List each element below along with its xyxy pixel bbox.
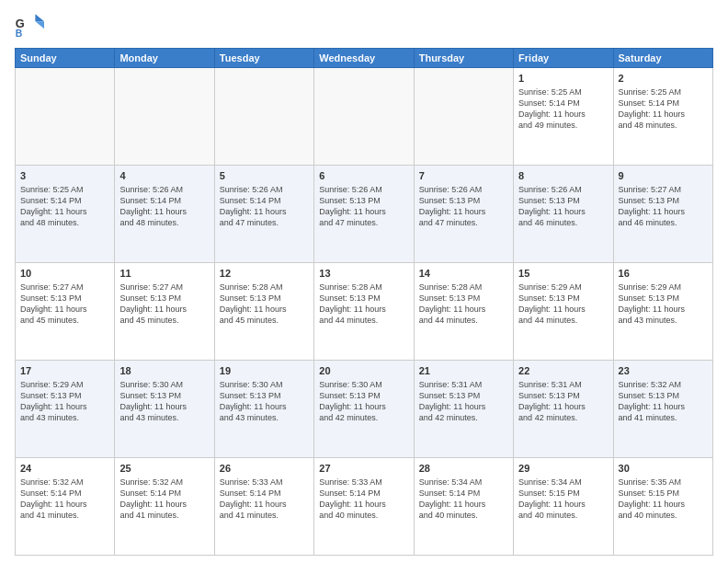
- calendar-cell: 3Sunrise: 5:25 AMSunset: 5:14 PMDaylight…: [16, 166, 115, 263]
- calendar-cell: 7Sunrise: 5:26 AMSunset: 5:13 PMDaylight…: [414, 166, 513, 263]
- day-info: Sunrise: 5:26 AMSunset: 5:13 PMDaylight:…: [419, 184, 508, 229]
- day-number: 21: [419, 364, 508, 378]
- calendar-week-4: 17Sunrise: 5:29 AMSunset: 5:13 PMDayligh…: [16, 361, 713, 458]
- calendar-cell: 24Sunrise: 5:32 AMSunset: 5:14 PMDayligh…: [16, 458, 115, 556]
- calendar-header-friday: Friday: [514, 49, 613, 68]
- calendar-cell: [16, 68, 115, 166]
- calendar-cell: 17Sunrise: 5:29 AMSunset: 5:13 PMDayligh…: [16, 361, 115, 458]
- calendar-cell: 9Sunrise: 5:27 AMSunset: 5:13 PMDaylight…: [613, 166, 712, 263]
- day-info: Sunrise: 5:34 AMSunset: 5:14 PMDaylight:…: [419, 477, 508, 522]
- day-number: 4: [119, 169, 209, 183]
- day-info: Sunrise: 5:31 AMSunset: 5:13 PMDaylight:…: [518, 379, 608, 424]
- calendar-cell: 30Sunrise: 5:35 AMSunset: 5:15 PMDayligh…: [613, 458, 712, 556]
- calendar-cell: 1Sunrise: 5:25 AMSunset: 5:14 PMDaylight…: [514, 68, 613, 166]
- day-number: 16: [619, 267, 708, 281]
- calendar-cell: 13Sunrise: 5:28 AMSunset: 5:13 PMDayligh…: [314, 263, 414, 361]
- page: G B SundayMondayTuesdayWednesdayThursday…: [0, 0, 728, 563]
- day-info: Sunrise: 5:30 AMSunset: 5:13 PMDaylight:…: [319, 379, 408, 424]
- calendar-week-3: 10Sunrise: 5:27 AMSunset: 5:13 PMDayligh…: [16, 263, 713, 361]
- calendar-header-sunday: Sunday: [16, 49, 115, 68]
- day-number: 10: [20, 267, 109, 281]
- calendar-cell: 8Sunrise: 5:26 AMSunset: 5:13 PMDaylight…: [514, 166, 613, 263]
- logo: G B: [15, 11, 48, 40]
- calendar-week-1: 1Sunrise: 5:25 AMSunset: 5:14 PMDaylight…: [16, 68, 713, 166]
- day-info: Sunrise: 5:26 AMSunset: 5:14 PMDaylight:…: [220, 184, 309, 229]
- day-info: Sunrise: 5:26 AMSunset: 5:13 PMDaylight:…: [518, 184, 608, 229]
- day-info: Sunrise: 5:29 AMSunset: 5:13 PMDaylight:…: [518, 282, 608, 327]
- day-number: 12: [220, 267, 309, 281]
- day-number: 9: [619, 169, 708, 183]
- day-number: 1: [518, 72, 608, 86]
- calendar-header-wednesday: Wednesday: [314, 49, 414, 68]
- calendar-cell: 27Sunrise: 5:33 AMSunset: 5:14 PMDayligh…: [314, 458, 414, 556]
- day-number: 15: [518, 267, 608, 281]
- calendar-header-row: SundayMondayTuesdayWednesdayThursdayFrid…: [16, 49, 713, 68]
- day-number: 27: [319, 462, 408, 476]
- day-number: 14: [419, 267, 508, 281]
- day-info: Sunrise: 5:25 AMSunset: 5:14 PMDaylight:…: [20, 184, 109, 229]
- calendar-cell: 11Sunrise: 5:27 AMSunset: 5:13 PMDayligh…: [115, 263, 214, 361]
- day-number: 25: [119, 462, 209, 476]
- calendar-cell: [214, 68, 313, 166]
- calendar-cell: 29Sunrise: 5:34 AMSunset: 5:15 PMDayligh…: [514, 458, 613, 556]
- calendar-cell: 23Sunrise: 5:32 AMSunset: 5:13 PMDayligh…: [613, 361, 712, 458]
- calendar-cell: 28Sunrise: 5:34 AMSunset: 5:14 PMDayligh…: [414, 458, 513, 556]
- calendar-cell: 21Sunrise: 5:31 AMSunset: 5:13 PMDayligh…: [414, 361, 513, 458]
- day-number: 11: [119, 267, 209, 281]
- day-info: Sunrise: 5:27 AMSunset: 5:13 PMDaylight:…: [119, 282, 209, 327]
- calendar-cell: 2Sunrise: 5:25 AMSunset: 5:14 PMDaylight…: [613, 68, 712, 166]
- day-info: Sunrise: 5:26 AMSunset: 5:13 PMDaylight:…: [319, 184, 408, 229]
- day-number: 3: [20, 169, 109, 183]
- calendar-cell: 19Sunrise: 5:30 AMSunset: 5:13 PMDayligh…: [214, 361, 313, 458]
- calendar-cell: 22Sunrise: 5:31 AMSunset: 5:13 PMDayligh…: [514, 361, 613, 458]
- day-info: Sunrise: 5:32 AMSunset: 5:14 PMDaylight:…: [20, 477, 109, 522]
- day-number: 2: [619, 72, 708, 86]
- day-info: Sunrise: 5:30 AMSunset: 5:13 PMDaylight:…: [220, 379, 309, 424]
- day-info: Sunrise: 5:27 AMSunset: 5:13 PMDaylight:…: [619, 184, 708, 229]
- day-info: Sunrise: 5:30 AMSunset: 5:13 PMDaylight:…: [119, 379, 209, 424]
- day-info: Sunrise: 5:33 AMSunset: 5:14 PMDaylight:…: [220, 477, 309, 522]
- day-number: 26: [220, 462, 309, 476]
- day-number: 28: [419, 462, 508, 476]
- day-info: Sunrise: 5:34 AMSunset: 5:15 PMDaylight:…: [518, 477, 608, 522]
- day-info: Sunrise: 5:29 AMSunset: 5:13 PMDaylight:…: [619, 282, 708, 327]
- day-number: 24: [20, 462, 109, 476]
- day-info: Sunrise: 5:27 AMSunset: 5:13 PMDaylight:…: [20, 282, 109, 327]
- calendar-cell: 16Sunrise: 5:29 AMSunset: 5:13 PMDayligh…: [613, 263, 712, 361]
- day-number: 17: [20, 364, 109, 378]
- day-number: 6: [319, 169, 408, 183]
- day-info: Sunrise: 5:33 AMSunset: 5:14 PMDaylight:…: [319, 477, 408, 522]
- day-info: Sunrise: 5:25 AMSunset: 5:14 PMDaylight:…: [619, 86, 708, 132]
- day-info: Sunrise: 5:28 AMSunset: 5:13 PMDaylight:…: [220, 282, 309, 327]
- calendar-cell: 10Sunrise: 5:27 AMSunset: 5:13 PMDayligh…: [16, 263, 115, 361]
- calendar-cell: 6Sunrise: 5:26 AMSunset: 5:13 PMDaylight…: [314, 166, 414, 263]
- day-info: Sunrise: 5:31 AMSunset: 5:13 PMDaylight:…: [419, 379, 508, 424]
- calendar-cell: 26Sunrise: 5:33 AMSunset: 5:14 PMDayligh…: [214, 458, 313, 556]
- calendar-cell: 20Sunrise: 5:30 AMSunset: 5:13 PMDayligh…: [314, 361, 414, 458]
- calendar-cell: 14Sunrise: 5:28 AMSunset: 5:13 PMDayligh…: [414, 263, 513, 361]
- calendar-cell: 15Sunrise: 5:29 AMSunset: 5:13 PMDayligh…: [514, 263, 613, 361]
- day-info: Sunrise: 5:25 AMSunset: 5:14 PMDaylight:…: [518, 86, 608, 132]
- day-number: 29: [518, 462, 608, 476]
- day-number: 22: [518, 364, 608, 378]
- day-number: 8: [518, 169, 608, 183]
- calendar-cell: [115, 68, 214, 166]
- header: G B: [15, 11, 713, 40]
- calendar-week-5: 24Sunrise: 5:32 AMSunset: 5:14 PMDayligh…: [16, 458, 713, 556]
- calendar-cell: 5Sunrise: 5:26 AMSunset: 5:14 PMDaylight…: [214, 166, 313, 263]
- day-info: Sunrise: 5:32 AMSunset: 5:14 PMDaylight:…: [119, 477, 209, 522]
- day-number: 20: [319, 364, 408, 378]
- calendar-header-saturday: Saturday: [613, 49, 712, 68]
- day-info: Sunrise: 5:28 AMSunset: 5:13 PMDaylight:…: [419, 282, 508, 327]
- svg-text:B: B: [16, 29, 23, 39]
- calendar-cell: 12Sunrise: 5:28 AMSunset: 5:13 PMDayligh…: [214, 263, 313, 361]
- day-info: Sunrise: 5:29 AMSunset: 5:13 PMDaylight:…: [20, 379, 109, 424]
- day-info: Sunrise: 5:26 AMSunset: 5:14 PMDaylight:…: [119, 184, 209, 229]
- calendar-header-monday: Monday: [115, 49, 214, 68]
- calendar-cell: 4Sunrise: 5:26 AMSunset: 5:14 PMDaylight…: [115, 166, 214, 263]
- day-number: 23: [619, 364, 708, 378]
- calendar-week-2: 3Sunrise: 5:25 AMSunset: 5:14 PMDaylight…: [16, 166, 713, 263]
- day-number: 19: [220, 364, 309, 378]
- day-number: 18: [119, 364, 209, 378]
- calendar-cell: 18Sunrise: 5:30 AMSunset: 5:13 PMDayligh…: [115, 361, 214, 458]
